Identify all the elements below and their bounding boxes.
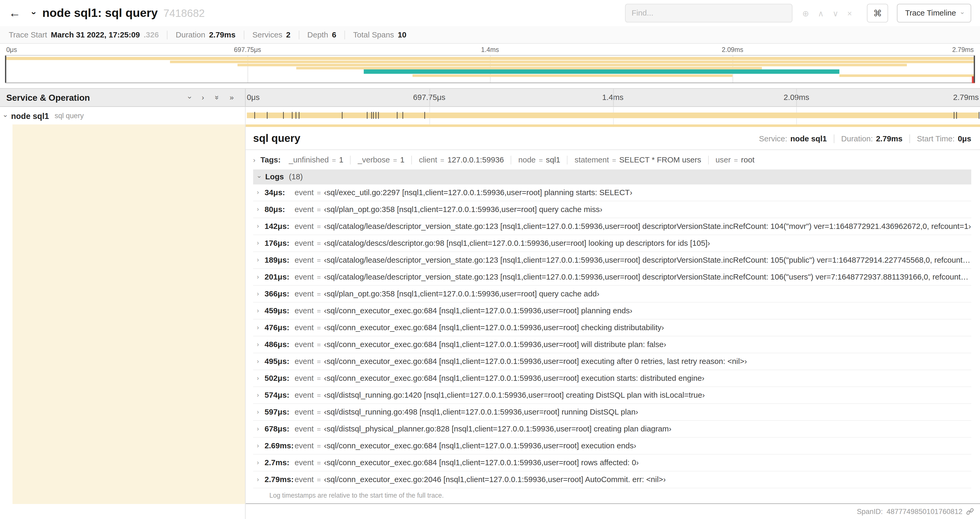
log-row[interactable]: › 189μs: event = ‹sql/catalog/lease/desc… bbox=[253, 252, 971, 269]
collapse-all-icon[interactable]: › bbox=[186, 96, 193, 99]
expand-log-icon[interactable]: › bbox=[257, 308, 259, 314]
expand-log-icon[interactable]: › bbox=[257, 392, 259, 398]
expand-log-icon[interactable]: › bbox=[257, 240, 259, 246]
minimap-span-bar bbox=[5, 57, 975, 60]
summary-label: Trace Start bbox=[9, 30, 47, 39]
equals-sign: = bbox=[317, 256, 321, 264]
log-field-key: event bbox=[294, 475, 314, 484]
expand-log-icon[interactable]: › bbox=[257, 375, 259, 382]
equals-sign: = bbox=[317, 206, 321, 213]
equals-sign: = bbox=[317, 476, 321, 483]
expand-log-icon[interactable]: › bbox=[257, 274, 259, 280]
collapse-deep-icon[interactable]: » bbox=[213, 96, 221, 100]
log-row[interactable]: › 176μs: event = ‹sql/catalog/descs/desc… bbox=[253, 235, 971, 252]
keyboard-shortcuts-button[interactable]: ⌘ bbox=[867, 4, 888, 22]
prev-result-icon[interactable]: ∧ bbox=[818, 8, 824, 18]
log-row[interactable]: › 678μs: event = ‹sql/distsql_physical_p… bbox=[253, 421, 971, 438]
tags-label: Tags: bbox=[261, 156, 281, 164]
log-row[interactable]: › 2.69ms: event = ‹sql/conn_executor_exe… bbox=[253, 438, 971, 455]
expand-log-icon[interactable]: › bbox=[257, 476, 259, 483]
expand-log-icon[interactable]: › bbox=[257, 443, 259, 449]
detail-meta-item: Service: node sql1 bbox=[759, 134, 827, 143]
log-row[interactable]: › 34μs: event = ‹sql/exec_util.go:2297 [… bbox=[253, 184, 971, 201]
focus-match-icon[interactable]: ⊕ bbox=[802, 8, 809, 18]
expand-log-icon[interactable]: › bbox=[257, 291, 259, 297]
summary-value: 6 bbox=[332, 30, 336, 39]
equals-sign: = bbox=[734, 156, 738, 164]
expand-tags-icon[interactable]: › bbox=[253, 156, 256, 163]
expand-one-icon[interactable]: › bbox=[202, 94, 204, 101]
expand-log-icon[interactable]: › bbox=[257, 460, 259, 466]
minimap-span-bar bbox=[412, 74, 732, 77]
span-row[interactable]: › node sql1 sql query bbox=[0, 107, 980, 124]
expand-log-icon[interactable]: › bbox=[257, 206, 259, 212]
find-input[interactable] bbox=[632, 9, 786, 18]
minimap-canvas[interactable] bbox=[5, 55, 975, 83]
log-row[interactable]: › 486μs: event = ‹sql/conn_executor_exec… bbox=[253, 337, 971, 353]
next-result-icon[interactable]: ∨ bbox=[832, 8, 838, 18]
log-marker bbox=[375, 112, 376, 119]
tags-row[interactable]: › Tags: _unfinished = 1 _verbose = 1 cli… bbox=[253, 152, 971, 169]
expand-log-icon[interactable]: › bbox=[257, 223, 259, 230]
log-field-value: ‹sql/exec_util.go:2297 [nsql1,client=127… bbox=[324, 188, 632, 197]
log-marker bbox=[424, 112, 425, 119]
log-timestamp: 678μs: bbox=[264, 425, 294, 433]
equals-sign: = bbox=[440, 156, 444, 164]
log-row[interactable]: › 502μs: event = ‹sql/conn_executor_exec… bbox=[253, 370, 971, 387]
log-row[interactable]: › 574μs: event = ‹sql/distsql_running.go… bbox=[253, 387, 971, 404]
span-detail-card: sql query Service: node sql1 Duration: 2… bbox=[245, 127, 980, 504]
log-row[interactable]: › 2.79ms: event = ‹sql/conn_executor_exe… bbox=[253, 471, 971, 489]
tag-value: sql1 bbox=[546, 156, 560, 164]
logs-count: (18) bbox=[289, 173, 303, 181]
equals-sign: = bbox=[317, 290, 321, 297]
log-timestamp: 597μs: bbox=[264, 408, 294, 417]
expand-log-icon[interactable]: › bbox=[257, 409, 259, 415]
back-button[interactable]: ← bbox=[9, 6, 21, 20]
log-field-value: ‹sql/distsql_running.go:498 [nsql1,clien… bbox=[324, 408, 638, 417]
logs-footnote: Log timestamps are relative to the start… bbox=[253, 489, 971, 503]
viewport-right-handle[interactable] bbox=[974, 56, 975, 83]
expand-log-icon[interactable]: › bbox=[257, 257, 259, 263]
expand-log-icon[interactable]: › bbox=[257, 426, 259, 432]
collapse-trace-header-toggle[interactable]: › bbox=[33, 8, 36, 18]
span-duration-bar[interactable] bbox=[247, 113, 979, 118]
expand-log-icon[interactable]: › bbox=[257, 342, 259, 348]
log-row[interactable]: › 142μs: event = ‹sql/catalog/lease/desc… bbox=[253, 218, 971, 235]
tag-key: node bbox=[518, 156, 536, 164]
collapse-span-icon[interactable]: › bbox=[2, 115, 9, 117]
expand-all-icon[interactable]: » bbox=[229, 94, 234, 101]
minimap-span-bar bbox=[296, 67, 762, 69]
log-timestamp: 2.79ms: bbox=[264, 475, 294, 484]
viewport-left-handle[interactable] bbox=[5, 56, 6, 83]
log-row[interactable]: › 201μs: event = ‹sql/catalog/lease/desc… bbox=[253, 269, 971, 286]
log-row[interactable]: › 80μs: event = ‹sql/plan_opt.go:358 [ns… bbox=[253, 201, 971, 218]
link-icon[interactable] bbox=[966, 508, 974, 515]
tag-key: statement bbox=[574, 156, 609, 164]
log-field-value: ‹sql/catalog/lease/descriptor_version_st… bbox=[324, 222, 971, 231]
log-timestamp: 366μs: bbox=[264, 289, 294, 298]
log-row[interactable]: › 495μs: event = ‹sql/conn_executor_exec… bbox=[253, 353, 971, 370]
log-row[interactable]: › 459μs: event = ‹sql/conn_executor_exec… bbox=[253, 303, 971, 319]
log-marker bbox=[397, 112, 398, 119]
time-tick-label: 2.79ms bbox=[952, 46, 975, 53]
expand-log-icon[interactable]: › bbox=[257, 189, 259, 196]
minimap-span-bar bbox=[839, 74, 975, 77]
clear-search-icon[interactable]: × bbox=[847, 8, 852, 18]
collapse-logs-icon[interactable]: › bbox=[256, 176, 262, 178]
trace-view-select[interactable]: Trace Timeline › bbox=[897, 4, 971, 22]
log-timestamp: 2.69ms: bbox=[264, 441, 294, 450]
expand-log-icon[interactable]: › bbox=[257, 358, 259, 365]
expand-log-icon[interactable]: › bbox=[257, 325, 259, 331]
log-field-key: event bbox=[294, 323, 314, 332]
span-name-cell[interactable]: › node sql1 sql query bbox=[0, 107, 245, 124]
equals-sign: = bbox=[393, 156, 397, 164]
log-row[interactable]: › 2.7ms: event = ‹sql/conn_executor_exec… bbox=[253, 455, 971, 471]
log-marker bbox=[373, 112, 374, 119]
log-row[interactable]: › 476μs: event = ‹sql/conn_executor_exec… bbox=[253, 319, 971, 337]
log-row[interactable]: › 597μs: event = ‹sql/distsql_running.go… bbox=[253, 404, 971, 421]
logs-header[interactable]: › Logs (18) bbox=[253, 170, 971, 185]
log-row[interactable]: › 366μs: event = ‹sql/plan_opt.go:358 [n… bbox=[253, 286, 971, 303]
detail-meta-item: Duration: 2.79ms bbox=[834, 134, 902, 143]
log-timestamp: 189μs: bbox=[264, 256, 294, 265]
span-id-label: SpanID: bbox=[857, 508, 883, 515]
